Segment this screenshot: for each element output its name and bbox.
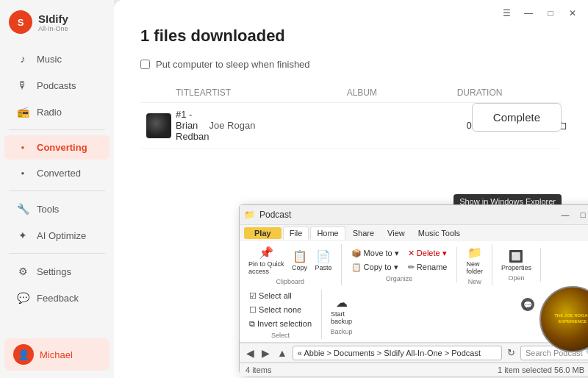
app-subtitle: All-In-One [38,25,68,32]
select-all-btn[interactable]: ☑ Select all [245,290,315,302]
sidebar-item-podcasts[interactable]: 🎙 Podcasts [4,73,110,98]
converting-dot-icon: ● [16,144,29,151]
pin-icon: 📌 [259,246,273,260]
ribbon-tab-home[interactable]: Home [310,227,345,240]
sidebar-item-radio[interactable]: 📻 Radio [4,99,110,124]
refresh-btn[interactable]: ↻ [505,347,517,358]
user-profile[interactable]: 👤 Michael [4,338,110,371]
select-none-btn[interactable]: ☐ Select none [245,304,315,316]
new-folder-btn[interactable]: 📁 Newfolder [463,244,486,277]
ribbon-tab-share[interactable]: Share [347,227,380,239]
paste-icon: 📄 [316,249,331,263]
app-name: SIdify [38,13,68,25]
radio-icon: 📻 [16,106,29,118]
sidebar-item-podcasts-label: Podcasts [37,80,76,91]
sidebar-item-music-label: Music [37,54,62,65]
address-path[interactable]: « Abbie > Documents > SIdify All-In-One … [293,346,502,360]
pin-btn[interactable]: 📌 Pin to Quickaccess [245,244,287,277]
menu-button[interactable]: ☰ [497,4,516,23]
divider-3 [9,253,105,254]
up-btn[interactable]: ▲ [275,347,290,359]
ribbon-tab-music-tools[interactable]: Music Tools [412,227,466,239]
titlebar: ☰ — □ ✕ [114,0,588,26]
backup-icon: ☁ [336,296,348,310]
ribbon-tab-play[interactable]: Play [244,227,282,239]
sidebar-item-music[interactable]: ♪ Music [4,46,110,71]
tools-icon: 🔧 [16,203,29,215]
download-title: 1 files downloaded [140,26,562,46]
sidebar-bottom: 👤 Michael [0,337,114,378]
start-backup-btn[interactable]: ☁ Startbackup [328,294,355,327]
new-folder-icon: 📁 [467,246,482,260]
logo-area: S SIdify All-In-One [0,0,114,41]
exp-maximize-btn[interactable]: □ [575,208,588,221]
open-label: Open [508,274,524,282]
folder-small-icon: 📁 [244,210,255,220]
clipboard-label: Clipboard [276,278,305,285]
properties-btn[interactable]: 🔲 Properties [498,248,534,273]
back-btn[interactable]: ◀ [244,347,257,359]
delete-btn[interactable]: ✕ Delete ▾ [404,247,451,260]
paste-btn[interactable]: 📄 Paste [312,248,335,273]
minimize-button[interactable]: — [519,4,538,23]
sidebar-item-converted[interactable]: ● Converted [4,161,110,185]
select-group: ☑ Select all ☐ Select none ⧉ Invert sele… [245,290,322,339]
backup-group: ☁ Startbackup Backup [328,294,361,335]
divider-2 [9,190,105,191]
copy-to-btn[interactable]: 📋 Copy to ▾ [348,261,403,274]
col-title: TITLE [176,88,200,98]
sidebar-nav: ♪ Music 🎙 Podcasts 📻 Radio ● Converting … [0,46,114,311]
copy-icon: 📋 [293,249,307,263]
sidebar-item-converting[interactable]: ● Converting [4,135,110,160]
podcasts-icon: 🎙 [16,79,29,91]
table-header: TITLE ARTIST ALBUM DURATION [140,83,562,103]
invert-selection-btn[interactable]: ⧉ Invert selection [245,318,315,330]
sidebar-item-radio-label: Radio [37,107,62,118]
main-content-area: ☰ — □ ✕ 1 files downloaded Put computer … [114,0,588,378]
sidebar-item-converting-label: Converting [37,142,87,153]
sleep-checkbox[interactable] [140,60,150,69]
notification-bubble: 💬 [521,298,534,311]
backup-label: Backup [331,328,353,335]
ribbon-tab-view[interactable]: View [381,227,411,239]
path-text: « Abbie > Documents > SIdify All-In-One … [298,349,481,357]
exp-minimize-btn[interactable]: — [557,208,573,221]
sidebar-item-settings[interactable]: ⚙ Settings [4,259,110,284]
sidebar-item-tools[interactable]: 🔧 Tools [4,196,110,221]
forward-btn[interactable]: ▶ [259,347,272,359]
settings-icon: ⚙ [16,265,29,277]
item-count: 4 items [245,365,271,374]
user-avatar: 👤 [13,344,34,365]
logo-icon: S [9,10,32,34]
sidebar-item-settings-label: Settings [37,266,71,277]
rename-btn[interactable]: ✏ Rename [404,261,451,274]
sidebar-item-tools-label: Tools [37,204,59,215]
clipboard-group: 📌 Pin to Quickaccess 📋 Copy 📄 Paste Clip… [245,244,342,285]
address-bar: ◀ ▶ ▲ « Abbie > Documents > SIdify All-I… [240,343,588,363]
explorer-status-bar: 4 items 1 item selected 56.0 MB ☰ ⊞ [240,363,588,376]
divider-1 [9,129,105,130]
maximize-button[interactable]: □ [541,4,560,23]
ribbon-tabs: Play File Home Share View Music Tools [240,225,588,241]
sidebar-item-converted-label: Converted [37,168,81,179]
select-label: Select [271,332,290,339]
col-duration: DURATION [457,88,545,98]
track-artist: Joe Rogan [209,120,356,131]
explorer-title: Podcast [259,210,291,220]
sidebar-item-feedback[interactable]: 💬 Feedback [4,285,110,310]
track-title: #1 - Brian Redban [176,109,209,142]
move-to-btn[interactable]: 📦 Move to ▾ [348,247,403,260]
open-group: 🔲 Properties Open [498,248,541,282]
copy-btn[interactable]: 📋 Copy [289,248,311,273]
complete-button[interactable]: Complete [472,103,562,132]
organize-label: Organize [386,275,413,282]
sidebar-item-feedback-label: Feedback [37,293,79,304]
properties-icon: 🔲 [509,249,523,263]
ribbon-tab-file[interactable]: File [283,227,309,240]
new-group: 📁 Newfolder New [463,244,492,285]
sleep-row: Put computer to sleep when finished [140,59,562,70]
close-button[interactable]: ✕ [563,4,582,23]
feedback-icon: 💬 [16,292,29,304]
new-label: New [468,278,481,285]
sidebar-item-ai-optimize[interactable]: ✦ AI Optimize [4,223,110,248]
